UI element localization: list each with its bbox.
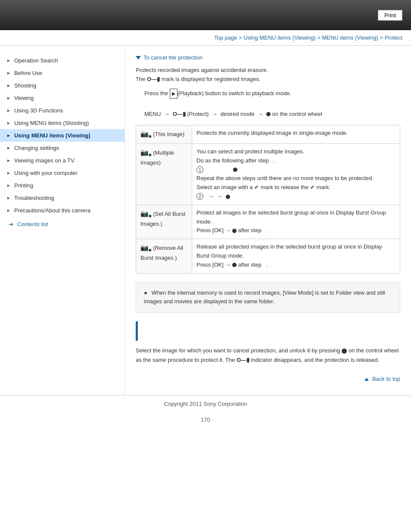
sidebar-item-operation-search[interactable]: ► Operation Search bbox=[0, 54, 125, 67]
sidebar-item-viewing-tv[interactable]: ► Viewing images on a TV bbox=[0, 154, 125, 167]
arrow-icon: ► bbox=[6, 146, 11, 150]
arrow-icon: ► bbox=[6, 183, 11, 188]
sidebar-item-printing[interactable]: ► Printing bbox=[0, 179, 125, 192]
table-cell-label: 📷■ (This Image) bbox=[136, 125, 192, 144]
menu-instruction: Press the ▶(Playback) button to switch t… bbox=[144, 88, 400, 119]
table-cell-label: 📷■ (Set All Burst Images.) bbox=[136, 205, 192, 239]
sidebar-item-troubleshooting[interactable]: ► Troubleshooting bbox=[0, 192, 125, 204]
print-button[interactable]: Print bbox=[378, 10, 402, 21]
arrow-icon: ► bbox=[6, 158, 11, 163]
back-to-top[interactable]: Back to top bbox=[136, 373, 400, 386]
breadcrumb: Top page > Using MENU items (Viewing) > … bbox=[0, 30, 411, 46]
circle-bullet4 bbox=[232, 263, 237, 267]
circle-bullet3 bbox=[232, 229, 237, 233]
table-row: 📷■ (This Image) Protects the currently d… bbox=[136, 125, 400, 144]
arrow-icon: ► bbox=[6, 208, 11, 213]
intro-text: Protects recorded images against acciden… bbox=[136, 66, 400, 84]
table-row: 📷■ (Remove All Burst Images.) Release al… bbox=[136, 239, 400, 273]
sidebar-item-shooting[interactable]: ► Shooting bbox=[0, 79, 125, 92]
arrow-icon: ► bbox=[6, 121, 11, 125]
table-cell-label: 📷■ (Multiple Images) bbox=[136, 144, 192, 205]
arrow-icon: ► bbox=[6, 58, 11, 63]
page-number: 170 bbox=[0, 412, 411, 427]
table-cell-desc: Protect all images in the selected burst… bbox=[192, 205, 400, 239]
blue-bar-decoration bbox=[136, 321, 138, 341]
circle-bullet2 bbox=[226, 195, 230, 199]
sidebar-item-menu-viewing[interactable]: ► Using MENU items (Viewing) bbox=[0, 129, 125, 142]
table-row: 📷■ (Set All Burst Images.) Protect all i… bbox=[136, 205, 400, 239]
breadcrumb-menu-viewing[interactable]: Using MENU items (Viewing) bbox=[243, 34, 315, 41]
cancel-protection-text: Select the image for which you want to c… bbox=[136, 346, 400, 365]
table-cell-desc: Protects the currently displayed image i… bbox=[192, 125, 400, 144]
table-row: 📷■ (Multiple Images) You can select and … bbox=[136, 144, 400, 205]
circle-btn-inline bbox=[342, 348, 347, 354]
sidebar-item-3d[interactable]: ► Using 3D Functions bbox=[0, 104, 125, 117]
sidebar-item-computer[interactable]: ► Using with your computer bbox=[0, 167, 125, 179]
sidebar-item-menu-shooting[interactable]: ► Using MENU items (Shooting) bbox=[0, 117, 125, 129]
section-title: To cancel the protection bbox=[136, 54, 400, 61]
footer: Copyright 2011 Sony Corporation bbox=[0, 395, 411, 412]
arrow-icon: ► bbox=[6, 108, 11, 113]
sidebar: ► Operation Search ► Before Use ► Shooti… bbox=[0, 50, 125, 395]
table-cell-desc: You can select and protect multiple imag… bbox=[192, 144, 400, 205]
arrow-icon: ► bbox=[6, 83, 11, 88]
sidebar-item-precautions[interactable]: ► Precautions/About this camera bbox=[0, 204, 125, 217]
sidebar-item-changing-settings[interactable]: ► Changing settings bbox=[0, 142, 125, 154]
control-wheel-icon bbox=[266, 112, 271, 116]
playback-icon: ▶ bbox=[170, 89, 177, 99]
bullet-icon: ● bbox=[144, 289, 147, 296]
triangle-up-icon bbox=[364, 378, 369, 381]
circle-bullet bbox=[233, 168, 237, 172]
back-to-top-link[interactable]: Back to top bbox=[364, 376, 400, 382]
breadcrumb-menu-items[interactable]: MENU items (Viewing) bbox=[322, 34, 378, 41]
table-cell-desc: Release all protected images in the sele… bbox=[192, 239, 400, 273]
breadcrumb-protect[interactable]: Protect bbox=[385, 34, 402, 41]
sidebar-item-viewing[interactable]: ► Viewing bbox=[0, 92, 125, 104]
arrow-icon: ► bbox=[6, 71, 11, 75]
step1-icon: 1 bbox=[196, 166, 203, 173]
contents-list-link[interactable]: ➔ Contents list bbox=[0, 217, 125, 232]
arrow-icon-active: ► bbox=[6, 133, 11, 138]
breadcrumb-top[interactable]: Top page bbox=[214, 34, 237, 41]
arrow-icon: ► bbox=[6, 196, 11, 200]
protect-table: 📷■ (This Image) Protects the currently d… bbox=[136, 125, 400, 273]
content-area: To cancel the protection Protects record… bbox=[125, 50, 411, 395]
sidebar-item-before-use[interactable]: ► Before Use bbox=[0, 67, 125, 79]
header-bar: Print bbox=[0, 0, 411, 30]
main-layout: ► Operation Search ► Before Use ► Shooti… bbox=[0, 50, 411, 395]
arrow-icon: ► bbox=[6, 96, 11, 100]
table-cell-label: 📷■ (Remove All Burst Images.) bbox=[136, 239, 192, 273]
note-box: ● When the internal memory is used to re… bbox=[136, 282, 400, 313]
step2-icon: 2 bbox=[196, 193, 203, 200]
triangle-down-icon bbox=[136, 56, 141, 59]
arrow-icon: ► bbox=[6, 171, 11, 175]
